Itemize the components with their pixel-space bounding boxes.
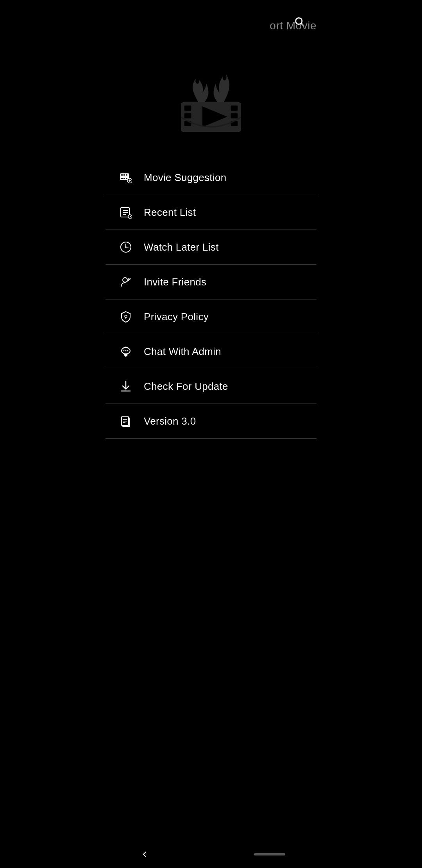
menu-item-movie-suggestion[interactable]: Movie Suggestion — [106, 160, 316, 195]
invite-friends-icon — [117, 273, 134, 291]
svg-rect-13 — [121, 174, 123, 176]
svg-point-46 — [125, 350, 127, 352]
svg-point-0 — [296, 18, 302, 24]
svg-point-45 — [123, 350, 125, 352]
search-icon — [294, 16, 305, 27]
svg-rect-7 — [231, 106, 238, 111]
svg-rect-16 — [121, 178, 123, 179]
svg-point-35 — [125, 315, 127, 317]
recent-list-label: Recent List — [144, 206, 196, 219]
svg-rect-14 — [123, 174, 125, 176]
svg-rect-18 — [126, 178, 127, 179]
chat-admin-icon — [117, 343, 134, 360]
search-button[interactable] — [290, 12, 309, 31]
privacy-policy-label: Privacy Policy — [144, 311, 209, 323]
svg-marker-34 — [128, 278, 131, 281]
watch-later-icon — [117, 239, 134, 256]
check-update-label: Check For Update — [144, 380, 228, 393]
header: ort Movie — [106, 0, 316, 43]
svg-point-33 — [123, 278, 127, 282]
movie-suggestion-icon — [117, 169, 134, 186]
svg-rect-17 — [123, 178, 125, 179]
invite-friends-label: Invite Friends — [144, 276, 206, 288]
chat-admin-label: Chat With Admin — [144, 346, 221, 358]
menu-item-check-update[interactable]: Check For Update — [106, 369, 316, 404]
privacy-policy-icon — [117, 308, 134, 325]
menu-item-chat-with-admin[interactable]: Chat With Admin — [106, 334, 316, 369]
menu-item-invite-friends[interactable]: Invite Friends — [106, 265, 316, 299]
app-logo — [106, 43, 316, 152]
menu-item-recent-list[interactable]: Recent List — [106, 195, 316, 230]
version-label: Version 3.0 — [144, 415, 196, 427]
svg-line-1 — [301, 23, 304, 26]
flame-film-logo — [168, 55, 254, 141]
svg-point-47 — [127, 350, 129, 352]
menu-item-version: Version 3.0 — [106, 404, 316, 439]
update-icon — [117, 378, 134, 395]
movie-suggestion-label: Movie Suggestion — [144, 172, 226, 184]
svg-rect-4 — [184, 106, 191, 111]
svg-rect-5 — [184, 113, 191, 118]
svg-rect-15 — [126, 174, 127, 176]
svg-rect-8 — [231, 113, 238, 118]
menu-list: Movie Suggestion Recent List — [106, 160, 316, 439]
watch-later-label: Watch Later List — [144, 241, 219, 253]
version-icon — [117, 412, 134, 430]
recent-list-icon — [117, 204, 134, 221]
menu-item-privacy-policy[interactable]: Privacy Policy — [106, 299, 316, 334]
menu-item-watch-later[interactable]: Watch Later List — [106, 230, 316, 265]
